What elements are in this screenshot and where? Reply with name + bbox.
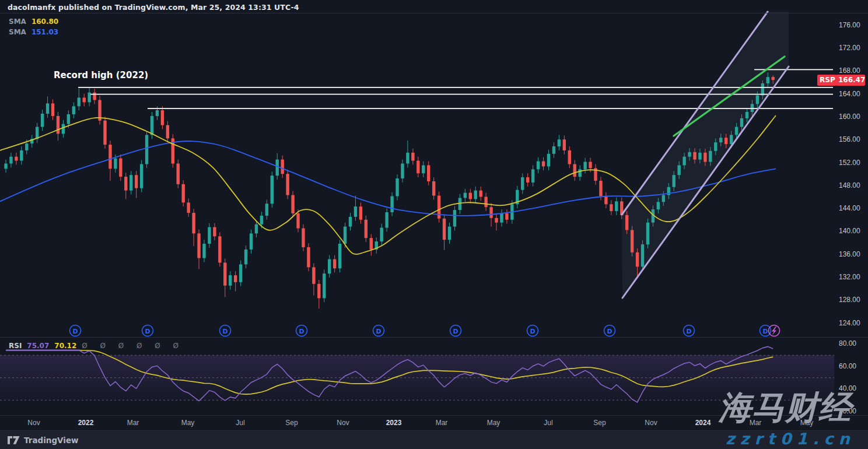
sma-fast-legend: SMA 160.80 [9,17,58,26]
candle [682,157,685,166]
time-axis-label: Sep [285,419,298,427]
candle [260,216,263,224]
candle [124,177,127,191]
price-axis-label: 140.00 [839,227,868,235]
price-axis-label: 176.00 [839,21,868,29]
candle [234,275,237,282]
candle [181,184,184,202]
candle [20,150,23,161]
candle [312,267,315,283]
candle [62,124,65,134]
price-axis-label: 168.00 [839,66,868,75]
candle [307,247,310,267]
candle [459,198,461,210]
candle [36,127,38,139]
candle [427,165,430,181]
candle [547,154,550,167]
candle [416,161,419,174]
candle [704,153,706,162]
candle [662,195,665,202]
candle [359,206,362,220]
candle [406,153,409,164]
candle [119,159,122,177]
candle [229,275,232,286]
rsi-axis-label: 80.00 [839,339,868,348]
candle [589,162,592,169]
candle [495,218,498,223]
candle [631,230,634,252]
candle [328,259,331,274]
price-axis-label: 152.00 [839,159,868,167]
candle [714,142,717,151]
tradingview-published-chart: DDDDDDDDDD dacolmanfx published on Tradi… [0,0,868,449]
candle [772,77,775,80]
candle [130,175,132,191]
candle [177,163,180,184]
rsi-axis-label: 60.00 [839,362,868,370]
candle [57,116,60,134]
candle [746,112,748,118]
candle [646,223,649,244]
candle [521,177,524,190]
candle [192,213,195,233]
candle [317,284,320,299]
price-axis-label: 160.00 [839,113,868,121]
candle [166,125,169,139]
lightning-icon [772,327,776,335]
candle [302,229,304,247]
tradingview-logo-icon [8,436,20,445]
time-axis-label: Sep [593,419,606,427]
candle [108,145,111,169]
candle [573,164,576,177]
dividend-marker-letter: D [607,328,612,335]
candle [489,207,492,218]
sma-fast-label: SMA [9,17,26,26]
candle [208,227,211,244]
time-axis-label: May [487,419,501,427]
price-axis-label: 132.00 [839,273,868,281]
candle [411,153,414,161]
candle [448,227,451,240]
candle [568,150,571,164]
candle [41,114,44,127]
candle [239,264,242,282]
last-price-badge: 166.47 [836,75,865,86]
candle [735,127,738,135]
candle [401,163,404,178]
dividend-marker-letter: D [72,328,78,335]
candle [625,215,628,230]
candle [286,174,289,195]
candle [333,259,336,269]
candle [255,224,258,234]
candle [156,110,159,116]
candle [657,202,660,209]
candle [677,165,680,175]
price-axis-label: 128.00 [839,296,868,304]
candle [709,151,712,162]
candle [296,213,299,229]
candle [187,202,190,213]
candle [604,196,607,204]
candle [537,162,540,170]
candle [443,219,446,240]
candle [563,139,566,150]
candle [197,233,200,258]
candle [145,135,148,164]
candle [150,116,153,135]
candle [135,175,138,188]
dividend-marker-letter: D [453,328,458,335]
sma-slow-legend: SMA 151.03 [9,28,58,36]
candle [114,159,117,169]
candle [422,165,425,173]
candle [103,121,106,145]
candle [78,97,80,106]
price-axis-label: 148.00 [839,181,868,190]
candle [599,181,602,197]
tradingview-logo[interactable]: TradingView [8,436,79,445]
candle [724,138,727,144]
candle [531,169,534,183]
time-axis-label: 2024 [695,419,711,427]
candle [474,191,477,199]
candle [271,176,274,204]
candle [161,110,164,125]
